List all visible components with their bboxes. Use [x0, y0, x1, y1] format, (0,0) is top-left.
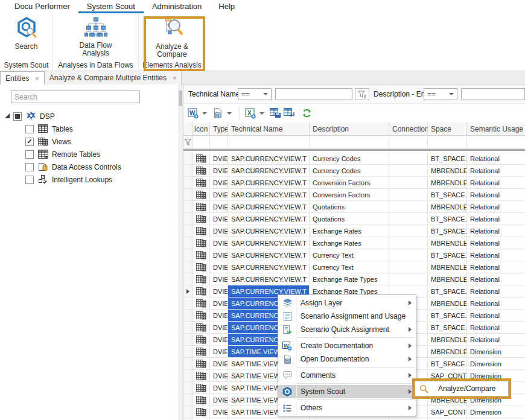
menu-item-scenario-assignment-and-usage[interactable]: Scenario Assignment and Usage: [278, 310, 416, 323]
expander-icon[interactable]: [5, 113, 10, 118]
filter-input-description[interactable]: [461, 88, 525, 100]
word-open-icon: w: [278, 355, 296, 364]
analyze-compare-submenu-label: Analyze/Compare: [438, 384, 495, 393]
tree-node-intelligent-lookups[interactable]: Intelligent Lookups: [0, 173, 178, 186]
column-header-icon[interactable]: Icon: [192, 122, 210, 136]
table-row[interactable]: DVIESAP.CURRENCY.VIEW.TConversion Factor…: [183, 189, 525, 201]
tree-node-data-access-controls[interactable]: Data Access Controls: [0, 161, 178, 173]
table-row[interactable]: DVIESAP.CURRENCY.VIEW.TExchange Rate Typ…: [183, 273, 525, 285]
menu-item-system-scout[interactable]: System Scout: [278, 385, 416, 398]
filter-label-technical-name: Technical Name: [188, 90, 240, 98]
submenu-arrow-icon: [409, 343, 412, 348]
svg-text:X: X: [247, 109, 252, 116]
filter-cell[interactable]: [428, 136, 467, 149]
filter-cell[interactable]: [310, 136, 389, 149]
context-menu: Assign Layer Scenario Assignment and Usa…: [278, 294, 416, 416]
filter-input-technical-name[interactable]: [275, 88, 352, 100]
tab-analyze-compare-multiple-entities[interactable]: Analyze & Compare Multiple Entities ×: [45, 71, 182, 84]
ribbon-tab-system-scout[interactable]: System Scout: [78, 0, 144, 13]
filter-cell[interactable]: [389, 136, 428, 149]
menu-separator: [297, 367, 415, 368]
column-header-space[interactable]: Space: [428, 122, 467, 136]
column-header-technical-name[interactable]: Technical Name: [228, 122, 310, 136]
ribbon-tab-administration[interactable]: Administration: [144, 0, 210, 13]
ribbon-tab-help[interactable]: Help: [210, 0, 243, 13]
tree-node-remote-tables-label: Remote Tables: [52, 150, 100, 159]
menu-item-create-documentation[interactable]: W Create Documentation: [278, 339, 416, 352]
operator-dropdown-technical-name[interactable]: ==: [238, 88, 272, 100]
word-document-dropdown[interactable]: [225, 107, 234, 120]
close-icon[interactable]: ×: [173, 74, 176, 81]
operator-dropdown-description[interactable]: ==: [424, 88, 457, 100]
splitter-grip[interactable]: [179, 91, 182, 106]
tree-node-dsp[interactable]: DSP: [0, 110, 178, 122]
search-button[interactable]: Search: [14, 17, 37, 51]
tree-node-dsp-label: DSP: [40, 112, 55, 121]
search-input[interactable]: [11, 91, 140, 103]
table-row[interactable]: DVIESAP.CURRENCY.VIEW.TQuotationsBT_SPAC…: [183, 213, 525, 225]
table-row[interactable]: DVIESAP.CURRENCY.VIEW.TCurrency CodesMBR…: [183, 165, 525, 177]
ribbon-tab-docu-performer[interactable]: Docu Performer: [6, 0, 78, 13]
column-header-connection[interactable]: Connection: [389, 122, 428, 136]
menu-item-analyze-compare[interactable]: Analyze/Compare: [415, 381, 509, 396]
filter-cell[interactable]: [210, 136, 228, 149]
word-export-icon: W: [188, 108, 199, 119]
data-flow-tree-icon: [84, 17, 107, 40]
word-document-button[interactable]: w: [211, 107, 224, 120]
excel-export-button[interactable]: X: [244, 107, 257, 120]
menu-item-comments[interactable]: Comments: [278, 369, 416, 382]
ribbon-tab-bar: Docu Performer System Scout Administrati…: [0, 0, 525, 13]
data-flow-analysis-button[interactable]: Data FlowAnalysis: [79, 17, 112, 57]
others-list-icon: [278, 404, 296, 412]
menu-item-scenario-quick-assignment[interactable]: Scenario Quick Assignment: [278, 323, 416, 336]
refresh-button[interactable]: [300, 107, 313, 120]
filter-cell[interactable]: [467, 136, 525, 149]
filter-label-description-en: Description - En: [374, 90, 425, 98]
excel-export-icon: X: [245, 108, 256, 119]
data-access-checkbox[interactable]: [25, 163, 34, 171]
remote-tables-checkbox[interactable]: [25, 150, 34, 159]
chevron-down-icon: [449, 93, 454, 95]
menu-item-others[interactable]: Others: [278, 401, 416, 415]
column-header-description[interactable]: Description: [310, 122, 389, 136]
filter-cell[interactable]: [228, 136, 310, 149]
views-checkbox[interactable]: [25, 138, 34, 146]
refresh-icon: [302, 108, 312, 118]
ribbon-group-label-analyses: Analyses in Data Flows: [53, 61, 138, 69]
tables-checkbox[interactable]: [25, 125, 34, 133]
save-layout-button[interactable]: [269, 107, 282, 120]
excel-export-dropdown[interactable]: [258, 107, 266, 120]
table-row[interactable]: DVIESAP.CURRENCY.VIEW.TCurrency CodesBT_…: [183, 153, 525, 165]
close-icon[interactable]: ×: [35, 75, 39, 82]
filter-cell[interactable]: [192, 136, 210, 149]
tree-node-remote-tables[interactable]: Remote Tables: [0, 148, 178, 161]
operator-value: ==: [241, 90, 250, 98]
dsp-checkbox[interactable]: [13, 112, 22, 121]
fixed-row-divider: [183, 149, 525, 151]
table-row[interactable]: DVIESAP.CURRENCY.VIEW.TExchange RatesMBR…: [183, 237, 525, 249]
column-header-semantic-usage[interactable]: Semantic Usage: [467, 122, 525, 136]
word-export-dropdown[interactable]: [200, 107, 209, 120]
menu-separator: [297, 399, 415, 400]
tree-node-tables[interactable]: Tables: [0, 122, 178, 135]
analyze-compare-button[interactable]: Analyze &Compare: [156, 17, 188, 59]
table-row[interactable]: DVIESAP.CURRENCY.VIEW.TConversion Factor…: [183, 177, 525, 189]
table-row[interactable]: DVIESAP.CURRENCY.VIEW.TExchange RatesBT_…: [183, 225, 525, 237]
intelligent-lookups-checkbox[interactable]: [25, 176, 34, 184]
table-row[interactable]: DVIESAP.CURRENCY.VIEW.TCurrency TextMBRE…: [183, 261, 525, 273]
menu-item-label: Scenario Assignment and Usage: [296, 310, 416, 323]
panel-splitter[interactable]: [178, 84, 183, 420]
tab-entities[interactable]: Entities ×: [0, 71, 45, 85]
funnel-icon: [358, 91, 367, 98]
restore-layout-button[interactable]: [282, 107, 296, 120]
table-row[interactable]: DVIESAP.CURRENCY.VIEW.TQuotationsMBRENDL…: [183, 201, 525, 213]
filter-options-button[interactable]: [355, 88, 369, 100]
menu-item-open-documentation[interactable]: w Open Documentation: [278, 352, 416, 366]
word-create-icon: W: [278, 342, 296, 351]
ribbon-group-label-system-scout: System Scout: [0, 61, 52, 69]
table-row[interactable]: DVIESAP.CURRENCY.VIEW.TCurrency TextBT_S…: [183, 249, 525, 261]
column-header-type[interactable]: Type: [210, 122, 228, 136]
word-export-button[interactable]: W: [186, 107, 200, 120]
menu-item-assign-layer[interactable]: Assign Layer: [278, 296, 416, 310]
tree-node-views[interactable]: Views: [0, 135, 178, 148]
